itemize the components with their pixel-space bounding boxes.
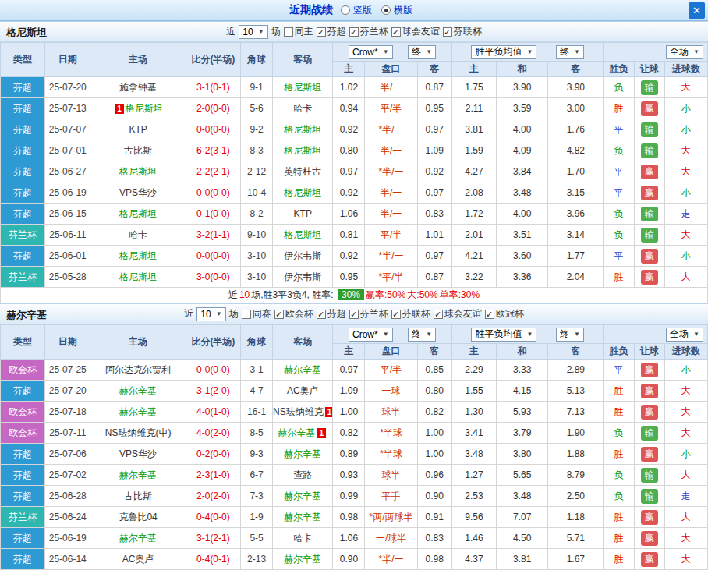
filter-checkbox[interactable]: ✓芬超 (317, 307, 346, 321)
filter-checkbox[interactable]: ✓欧会杯 (274, 307, 313, 321)
team-link[interactable]: 格尼斯坦 (119, 271, 157, 282)
final-odds-select[interactable]: 终▼ (408, 45, 436, 59)
filter-checkbox[interactable]: ✓球会友谊 (391, 25, 440, 38)
team-link[interactable]: 赫尔辛基 (119, 385, 157, 396)
filter-checkbox[interactable]: ✓芬超 (317, 25, 346, 38)
goals-result: 大 (664, 465, 707, 486)
team-link[interactable]: 哈卡 (293, 533, 312, 544)
team-link[interactable]: 格尼斯坦 (284, 145, 321, 156)
team-link[interactable]: 哈卡 (293, 103, 312, 114)
bookmaker-select[interactable]: Crow*▼ (349, 328, 393, 342)
match-score: 2-2(2-1) (186, 161, 240, 182)
team-link[interactable]: NS珐纳维克(中) (105, 427, 172, 438)
avg-odds-select[interactable]: 胜平负均值▼ (471, 45, 536, 59)
result-text: 胜 (604, 549, 634, 570)
team-link[interactable]: 赫尔辛基 (284, 364, 321, 375)
team-link[interactable]: 古比斯 (124, 491, 152, 501)
team-link[interactable]: 古比斯 (124, 145, 152, 156)
filter-checkbox[interactable]: ✓芬兰杯 (349, 307, 388, 321)
final-avg-select[interactable]: 终▼ (556, 45, 584, 59)
radio-horizontal[interactable] (381, 5, 391, 15)
handicap-result-cell: 赢 (634, 549, 664, 570)
team-name[interactable]: 赫尔辛基 (6, 304, 47, 325)
team-link[interactable]: 伊尔韦斯 (284, 271, 321, 282)
team-link[interactable]: 英特杜古 (284, 166, 321, 177)
team-link[interactable]: 赫尔辛基 (284, 448, 321, 459)
team-link[interactable]: VPS华沙 (119, 448, 157, 459)
team-link[interactable]: 施拿钟基 (119, 82, 157, 93)
team-link[interactable]: KTP (294, 208, 312, 219)
odds-handicap: 球半 (365, 465, 417, 486)
team-name[interactable]: 格尼斯坦 (6, 22, 47, 43)
column-header: 主场 (90, 325, 186, 360)
team-link[interactable]: 赫尔辛基 (119, 406, 157, 417)
team-link[interactable]: 格尼斯坦 (284, 229, 321, 240)
team-link[interactable]: KTP (129, 124, 147, 135)
team-link[interactable]: 赫尔辛基 (278, 427, 315, 438)
close-button[interactable]: ✕ (689, 2, 705, 19)
team-link[interactable]: 赫尔辛基 (119, 469, 157, 480)
team-link[interactable]: NS珐纳维克 (273, 406, 324, 417)
team-link[interactable]: 赫尔辛基 (284, 554, 321, 565)
result-text: 负 (604, 423, 634, 444)
fulltime-select[interactable]: 全场▼ (666, 328, 703, 342)
close-icon: ✕ (692, 5, 701, 16)
column-subheader: 胜负 (604, 344, 634, 360)
recent-count-select[interactable]: 10▼ (196, 307, 225, 321)
team-link[interactable]: 阿尔达克尔贾利 (105, 364, 171, 375)
team-link[interactable]: 赫尔辛基 (119, 533, 157, 544)
final-avg-select[interactable]: 终▼ (556, 328, 584, 342)
odds-away: 0.91 (417, 507, 451, 528)
team-link[interactable]: 格尼斯坦 (284, 82, 321, 93)
near-label: 近 (226, 25, 235, 38)
team-link[interactable]: 格尼斯坦 (119, 166, 157, 177)
filter-checkbox[interactable]: ✓芬联杯 (443, 25, 482, 38)
team-cell: 赫尔辛基 (90, 528, 186, 549)
team-link[interactable]: VPS华沙 (119, 187, 157, 198)
handicap-result-badge: 输 (641, 143, 658, 158)
team-link[interactable]: 查路 (293, 469, 312, 480)
filter-checkbox[interactable]: ✓欧冠杯 (485, 307, 524, 321)
team-link[interactable]: 哈卡 (129, 229, 147, 240)
team-link[interactable]: 格尼斯坦 (119, 208, 157, 219)
handicap-result-badge: 赢 (641, 384, 658, 398)
team-link[interactable]: 克鲁比04 (119, 512, 157, 522)
team-link[interactable]: AC奥卢 (287, 385, 319, 396)
recent-count-select[interactable]: 10▼ (239, 25, 267, 39)
team-cell: 赫尔辛基 (273, 444, 333, 465)
final-avg-select-value: 终 (560, 45, 569, 58)
recent-count-select-value: 10 (242, 27, 253, 37)
filter-checkbox[interactable]: 同赛 (242, 307, 271, 321)
team-link[interactable]: 格尼斯坦 (126, 103, 163, 114)
avg-odds-select[interactable]: 胜平负均值▼ (471, 328, 536, 342)
team-link[interactable]: 赫尔辛基 (284, 512, 321, 522)
filter-checkbox[interactable]: ✓球会友谊 (434, 307, 482, 321)
filter-checkbox[interactable]: ✓芬兰杯 (349, 25, 388, 38)
team-cell: KTP (273, 204, 333, 225)
odds-home: 1.06 (333, 204, 365, 225)
radio-vertical[interactable] (341, 5, 350, 15)
match-row: 芬超25-06-01格尼斯坦0-0(0-0)3-10伊尔韦斯0.92*半/一0.… (1, 246, 708, 267)
final-odds-select[interactable]: 终▼ (408, 328, 436, 342)
bookmaker-select-arrow-icon: ▼ (383, 331, 389, 338)
match-score: 0-0(0-0) (186, 360, 240, 381)
team-link[interactable]: 伊尔韦斯 (284, 250, 321, 261)
odds-away: 0.83 (417, 528, 451, 549)
match-type-badge: 芬超 (1, 246, 45, 267)
filter-checkbox[interactable]: ✓芬联杯 (391, 307, 430, 321)
team-link[interactable]: AC奥卢 (122, 554, 154, 565)
match-type-badge: 欧会杯 (1, 360, 45, 381)
filter-checkbox-label: 芬联杯 (402, 307, 430, 321)
team-link[interactable]: 格尼斯坦 (284, 187, 321, 198)
fulltime-select[interactable]: 全场▼ (666, 45, 703, 59)
team-cell: 格尼斯坦 (90, 204, 186, 225)
odds-away: 0.96 (417, 465, 451, 486)
team-link[interactable]: 格尼斯坦 (284, 124, 321, 135)
filter-checkbox[interactable]: 同主 (284, 25, 313, 38)
team-link[interactable]: 赫尔辛基 (284, 491, 321, 501)
match-date: 25-07-02 (45, 465, 90, 486)
odds-away: 0.83 (417, 204, 451, 225)
team-link[interactable]: 格尼斯坦 (119, 250, 157, 261)
result-text: 负 (604, 204, 634, 225)
bookmaker-select[interactable]: Crow*▼ (349, 45, 393, 59)
